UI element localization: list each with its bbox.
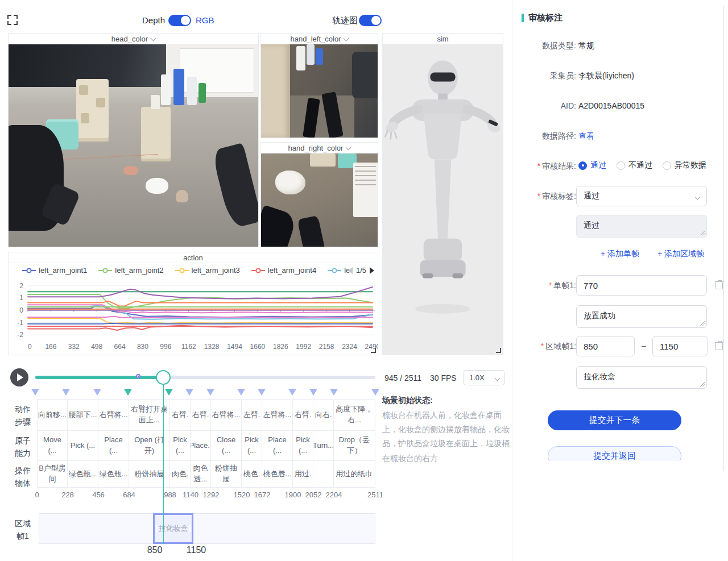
boundary-marker-456[interactable] <box>93 389 101 396</box>
boundary-marker-988[interactable] <box>165 389 173 396</box>
review-result-option-异常数据[interactable]: 异常数据 <box>663 160 706 171</box>
review-tag-textarea[interactable]: 通过 <box>576 215 707 238</box>
svg-text:1: 1 <box>19 294 23 302</box>
review-result-option-不通过[interactable]: 不通过 <box>617 160 652 171</box>
boundary-marker-1520[interactable] <box>237 389 245 396</box>
legend-item-le[interactable]: le <box>328 266 350 275</box>
hand-left-camera-header[interactable]: hand_left_color <box>261 34 378 44</box>
region-frame-desc-textarea[interactable]: 拉化妆盒 <box>576 366 707 389</box>
frame-axis-tick: 1140 <box>183 491 198 499</box>
action-step-cell: 左臂. <box>242 399 262 431</box>
region-frame-segment[interactable]: 拉化妆盒 <box>153 513 193 544</box>
review-tag-label: *审核标签: <box>522 192 576 202</box>
svg-text:1660: 1660 <box>250 343 266 351</box>
legend-line-icon <box>251 268 265 273</box>
aid-value: A2D0015AB00015 <box>578 101 644 110</box>
single-frame-marker-dot[interactable] <box>136 374 140 379</box>
boundary-marker-2204[interactable] <box>330 389 338 396</box>
add-single-frame-link[interactable]: + 添加单帧 <box>601 249 639 259</box>
add-region-frame-link[interactable]: + 添加区域帧 <box>657 249 704 259</box>
chart-legend: left_arm_joint1left_arm_joint2left_arm_j… <box>9 263 378 277</box>
hand-left-camera-panel: hand_left_color <box>260 33 378 138</box>
slider-handle[interactable] <box>156 370 171 385</box>
head-camera-image <box>9 44 258 247</box>
svg-text:1992: 1992 <box>296 343 311 351</box>
review-result-option-通过[interactable]: 通过 <box>578 160 606 171</box>
boundary-marker-1292[interactable] <box>206 389 214 396</box>
object-cell: 用过的纸巾 <box>334 461 375 488</box>
trajectory-toggle[interactable] <box>359 15 382 26</box>
svg-text:1328: 1328 <box>204 343 220 351</box>
hand-right-camera-title: hand_right_color <box>288 144 344 152</box>
legend-item-label: left_arm_joint3 <box>192 266 240 275</box>
svg-text:0: 0 <box>19 306 23 314</box>
legend-item-left_arm_joint1[interactable]: left_arm_joint1 <box>22 266 87 275</box>
frame-axis-tick: 684 <box>123 491 135 499</box>
data-path-view-link[interactable]: 查看 <box>578 131 594 142</box>
hand-left-camera-image <box>261 44 378 138</box>
play-button[interactable] <box>10 368 28 387</box>
sim-viewport[interactable] <box>383 44 503 355</box>
frame-counter: 945 / 2511 <box>384 373 421 383</box>
svg-text:1494: 1494 <box>227 343 242 351</box>
boundary-marker-228[interactable] <box>62 389 70 396</box>
resize-handle-icon[interactable] <box>496 348 501 353</box>
legend-next-icon[interactable] <box>370 267 374 274</box>
region-end-input[interactable]: 1150 <box>652 336 708 356</box>
hand-right-camera-image <box>261 153 378 247</box>
legend-item-left_arm_joint4[interactable]: left_arm_joint4 <box>251 266 316 275</box>
review-panel-title: 审核标注 <box>522 13 562 23</box>
timeline-slider[interactable] <box>35 376 375 379</box>
scrollbar[interactable] <box>723 6 724 471</box>
radio-icon <box>663 161 671 170</box>
fullscreen-icon[interactable] <box>7 15 18 25</box>
legend-item-left_arm_joint2[interactable]: left_arm_joint2 <box>98 266 163 275</box>
boundary-marker-2052[interactable] <box>309 389 317 396</box>
boundary-marker-1672[interactable] <box>258 389 266 396</box>
svg-text:498: 498 <box>91 343 102 351</box>
svg-text:332: 332 <box>68 343 80 351</box>
action-step-cell: 右臂打开桌面上... <box>129 399 170 431</box>
svg-text:996: 996 <box>160 343 171 351</box>
legend-prev-icon[interactable] <box>348 267 353 274</box>
boundary-marker-1900[interactable] <box>288 389 296 396</box>
atomic-ability-cell: Pick (... <box>293 431 313 461</box>
radio-label: 不通过 <box>628 160 652 171</box>
review-tag-select[interactable]: 通过 <box>576 186 707 206</box>
chevron-down-icon <box>495 376 499 381</box>
series-right_arm_joint3 <box>28 323 373 324</box>
fps-label: 30 FPS <box>430 373 457 383</box>
resize-handle-icon[interactable] <box>371 348 376 353</box>
boundary-marker-2511[interactable] <box>371 389 379 396</box>
head-camera-header[interactable]: head_color <box>9 34 258 44</box>
region-start-input[interactable]: 850 <box>576 336 635 356</box>
region-frame-label: *区域帧1: <box>522 342 576 352</box>
segment-right-handle[interactable] <box>189 525 191 533</box>
radio-label: 通过 <box>590 160 606 171</box>
segment-left-handle[interactable] <box>156 525 157 533</box>
collector-value: 李轶晨(liyichen) <box>578 71 634 81</box>
delete-single-frame-icon[interactable] <box>715 280 724 290</box>
submit-back-button[interactable]: 提交并返回 <box>548 446 681 461</box>
object-cell: 桃色唇... <box>262 461 293 488</box>
head-camera-title: head_color <box>111 35 148 43</box>
delete-region-frame-icon[interactable] <box>715 341 724 351</box>
svg-text:2158: 2158 <box>319 343 334 351</box>
hand-right-camera-header[interactable]: hand_right_color <box>261 143 378 153</box>
action-chart-panel: action left_arm_joint1left_arm_joint2lef… <box>8 252 378 355</box>
legend-line-icon <box>98 268 112 273</box>
object-cell: 用过. <box>293 461 313 488</box>
playback-speed-select[interactable]: 1.0X <box>464 370 504 385</box>
boundary-marker-684[interactable] <box>124 389 132 396</box>
depth-rgb-toggle[interactable] <box>168 15 191 26</box>
single-frame-desc-textarea[interactable]: 放置成功 <box>576 305 707 328</box>
legend-item-left_arm_joint3[interactable]: left_arm_joint3 <box>175 266 240 275</box>
boundary-marker-0[interactable] <box>31 389 39 396</box>
atomic-ability-cell: Turn... <box>313 431 334 461</box>
svg-text:166: 166 <box>45 343 56 351</box>
frame-axis-tick: 1292 <box>203 491 220 499</box>
submit-next-button[interactable]: 提交并下一条 <box>548 410 681 430</box>
boundary-marker-1140[interactable] <box>185 389 193 396</box>
robot-left-gripper <box>9 125 64 230</box>
single-frame-input[interactable]: 770 <box>576 275 707 296</box>
